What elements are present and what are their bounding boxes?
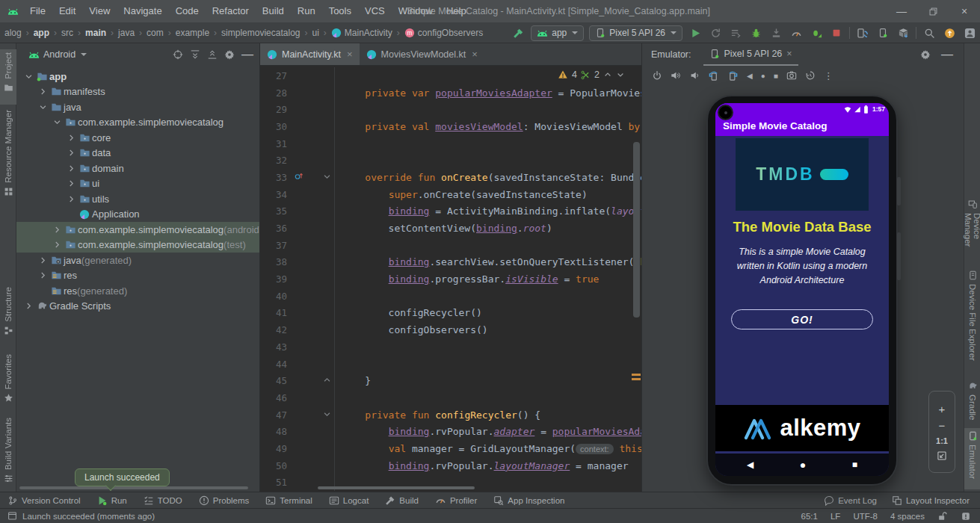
volume-up-button[interactable]	[671, 70, 681, 81]
tree-item-domain[interactable]: domain	[16, 161, 259, 176]
restore-button[interactable]	[917, 0, 949, 22]
tab-moviesviewmodel[interactable]: MoviesViewModel.kt ×	[360, 43, 484, 65]
toolwindow-run[interactable]: Run	[97, 495, 127, 506]
stripe-structure[interactable]: Structure	[0, 284, 16, 347]
stripe-project[interactable]: Project	[0, 49, 16, 105]
search-everywhere-button[interactable]	[922, 25, 937, 40]
chevron-right-icon[interactable]	[65, 164, 77, 173]
chevron-right-icon[interactable]	[65, 195, 77, 203]
zoom-in-button[interactable]: +	[939, 403, 946, 415]
line-separator[interactable]: LF	[830, 512, 840, 521]
zoom-reset-button[interactable]: 1:1	[936, 436, 948, 445]
toolwindow-app-inspection[interactable]: App Inspection	[493, 495, 564, 506]
breadcrumb-configObservers[interactable]: mconfigObservers	[403, 28, 484, 38]
volume-down-button[interactable]	[689, 70, 700, 81]
device-manager-button[interactable]	[855, 25, 870, 40]
settings-icon[interactable]	[920, 49, 931, 60]
more-options-button[interactable]: ⋮	[824, 70, 833, 81]
expand-all-button[interactable]	[190, 49, 200, 60]
toolwindow-problems[interactable]: Problems	[199, 495, 250, 506]
project-view-selector[interactable]: Android	[28, 49, 87, 60]
tree-item-res[interactable]: res (generated)	[16, 283, 259, 299]
vertical-scrollbar[interactable]	[633, 142, 640, 318]
horizontal-scrollbar[interactable]	[19, 486, 248, 489]
tree-item-ui[interactable]: ui	[16, 176, 259, 192]
tree-item-manifests[interactable]: manifests	[16, 84, 259, 100]
stripe-build-variants[interactable]: Build Variants	[0, 415, 16, 489]
screenshot-button[interactable]	[786, 70, 797, 81]
chevron-down-icon[interactable]	[37, 103, 49, 111]
tree-item-utils[interactable]: utils	[16, 191, 259, 207]
breadcrumb-ui[interactable]: ui	[310, 28, 320, 38]
hide-panel-button[interactable]: —	[941, 48, 953, 61]
toolwindow-event-log[interactable]: Event Log	[824, 495, 877, 506]
chevron-right-icon[interactable]	[37, 271, 49, 279]
menu-run[interactable]: Run	[291, 5, 322, 16]
chevron-right-icon[interactable]	[51, 241, 63, 249]
tree-item-Application[interactable]: Application	[16, 207, 259, 223]
chevron-right-icon[interactable]	[37, 256, 49, 264]
tree-item-java[interactable]: java (generated)	[16, 253, 259, 268]
horizontal-scrollbar[interactable]	[318, 486, 475, 489]
chevron-down-icon[interactable]	[22, 72, 34, 81]
close-tab-icon[interactable]: ×	[347, 49, 353, 60]
hide-panel-button[interactable]: —	[241, 48, 253, 61]
device-selector[interactable]: Pixel 5 API 26	[589, 25, 682, 41]
toolwindow-terminal[interactable]: Terminal	[265, 495, 312, 506]
breadcrumb-alog[interactable]: alog	[3, 28, 23, 38]
menu-navigate[interactable]: Navigate	[117, 5, 168, 16]
close-tab-icon[interactable]: ×	[472, 49, 478, 60]
menu-file[interactable]: File	[23, 5, 52, 16]
chevron-right-icon[interactable]	[65, 134, 77, 142]
stripe-emulator[interactable]: Emulator	[964, 428, 980, 489]
tree-item-GradleScripts[interactable]: Gradle Scripts	[16, 299, 259, 315]
fold-collapse-icon[interactable]	[323, 173, 331, 181]
toolwindow-profiler[interactable]: Profiler	[435, 495, 477, 506]
tree-item-data[interactable]: data	[16, 146, 259, 161]
build-project-button[interactable]	[511, 25, 526, 40]
settings-icon[interactable]	[224, 49, 235, 60]
editor-text-area[interactable]: 2728 private var popularMoviesAdapter = …	[260, 66, 641, 492]
tree-item-core[interactable]: core	[16, 130, 259, 146]
nav-back-button[interactable]: ◀	[747, 459, 754, 470]
caret-position[interactable]: 65:1	[801, 512, 818, 521]
toolwindow-layout-inspector[interactable]: Layout Inspector	[892, 495, 970, 506]
breadcrumb-src[interactable]: src	[60, 28, 75, 38]
breadcrumb-java[interactable]: java	[117, 28, 136, 38]
chevron-down-icon[interactable]	[51, 118, 63, 126]
chevron-right-icon[interactable]	[22, 302, 34, 310]
chevron-right-icon[interactable]	[65, 179, 77, 188]
tree-item-com.example.simplemoviecatalog[interactable]: com.example.simplemoviecatalog	[16, 115, 259, 131]
stripe-device-file-explorer[interactable]: Device File Explorer	[964, 267, 980, 372]
breadcrumb-MainActivity[interactable]: MainActivity	[330, 28, 394, 38]
menu-refactor[interactable]: Refactor	[206, 5, 256, 16]
stop-button[interactable]	[829, 25, 844, 40]
fold-collapse-icon[interactable]	[323, 410, 331, 418]
apply-code-changes-button[interactable]	[728, 25, 743, 40]
chevron-right-icon[interactable]	[51, 226, 63, 234]
rotate-right-button[interactable]	[727, 70, 739, 81]
tree-item-res[interactable]: res	[16, 268, 259, 284]
attach-debugger-button[interactable]	[768, 25, 783, 40]
close-button[interactable]: ×	[949, 0, 980, 22]
zoom-out-button[interactable]: −	[939, 420, 946, 431]
notifications-icon[interactable]	[961, 511, 971, 522]
stripe-gradle[interactable]: Gradle	[964, 378, 980, 424]
breadcrumb-example[interactable]: example	[174, 28, 211, 38]
profile-low-overhead-button[interactable]	[809, 25, 824, 40]
menu-code[interactable]: Code	[169, 5, 206, 16]
stripe-resource-manager[interactable]: Resource Manager	[0, 107, 16, 211]
breadcrumb-com[interactable]: com	[145, 28, 165, 38]
back-button[interactable]: ◀	[747, 72, 753, 80]
tree-item-com.example.simplemoviecatalog[interactable]: com.example.simplemoviecatalog (androidT…	[16, 222, 259, 238]
tab-mainactivity[interactable]: MainActivity.kt ×	[260, 43, 360, 65]
update-available-button[interactable]	[942, 25, 957, 40]
stripe-device-manager[interactable]: Device Manager	[964, 196, 980, 271]
chevron-right-icon[interactable]	[65, 149, 77, 157]
breadcrumb-simplemoviecatalog[interactable]: simplemoviecatalog	[220, 28, 301, 38]
nav-home-button[interactable]: ●	[800, 459, 806, 471]
tree-item-app[interactable]: app	[16, 69, 259, 84]
toolwindow-logcat[interactable]: Logcat	[329, 495, 369, 506]
debug-button[interactable]	[748, 25, 763, 40]
menu-view[interactable]: View	[82, 5, 117, 16]
